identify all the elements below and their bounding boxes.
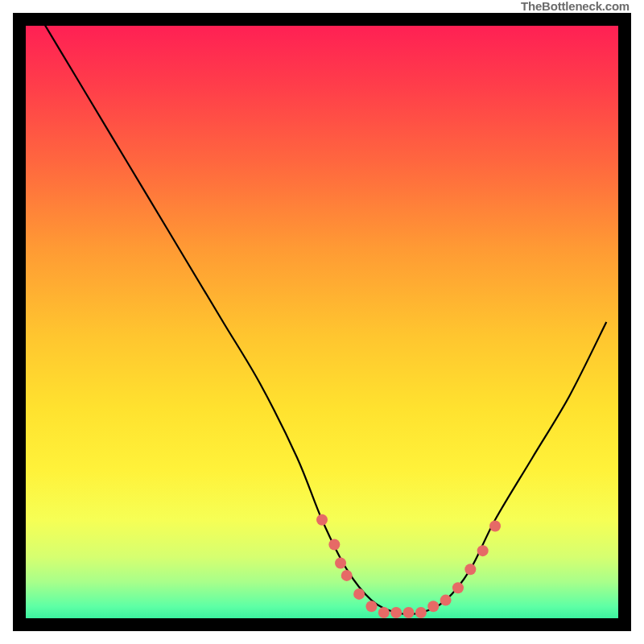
watermark-label: TheBottleneck.com bbox=[521, 0, 630, 13]
plot-gradient-background bbox=[13, 13, 631, 631]
chart-container: TheBottleneck.com bbox=[0, 0, 644, 644]
